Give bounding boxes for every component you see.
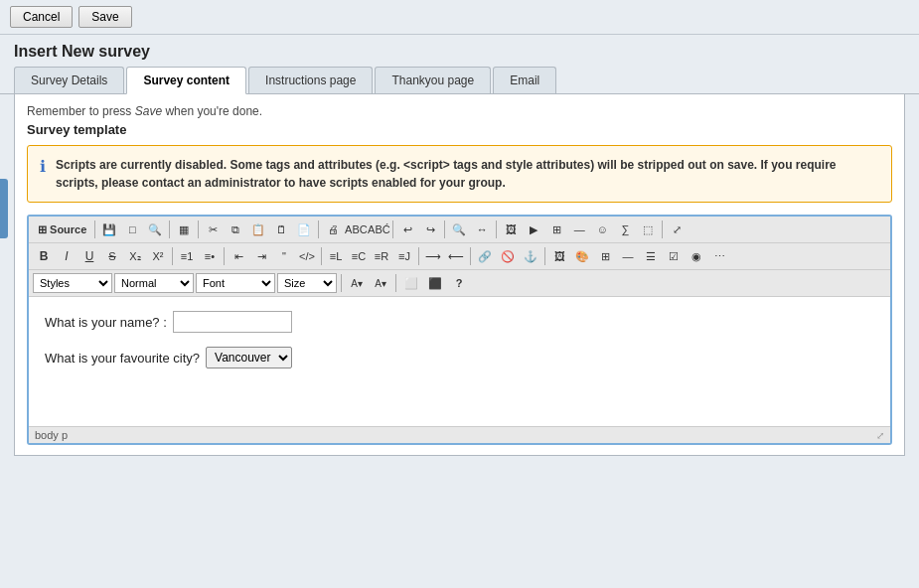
toolbar-row2: B I U S X₂ X² ≡1 ≡• ⇤ ⇥ " </> ≡L ≡C ≡R ≡… <box>29 243 890 270</box>
align-left-button[interactable]: ≡L <box>325 246 347 266</box>
tab-instructions-page[interactable]: Instructions page <box>248 67 373 93</box>
table2-button[interactable]: ⊞ <box>594 246 616 266</box>
help-button[interactable]: ? <box>448 273 470 293</box>
rtl-button[interactable]: ⟵ <box>445 246 467 266</box>
sep11 <box>321 247 322 265</box>
copy-button[interactable]: ⧉ <box>225 220 246 239</box>
blockquote-button[interactable]: " <box>273 246 295 266</box>
tab-thankyou-page[interactable]: Thankyou page <box>375 67 491 93</box>
maximize-button[interactable]: ⤢ <box>666 220 688 239</box>
undo-button[interactable]: ↩ <box>396 220 418 239</box>
toolbar-row1: ⊞ Source 💾 □ 🔍 ▦ ✂ ⧉ 📋 🗒 📄 🖨 ABC ABĆ <box>29 217 890 243</box>
emoji-button[interactable]: ☺ <box>591 220 613 239</box>
question1-input[interactable] <box>173 311 292 333</box>
tab-survey-content[interactable]: Survey content <box>126 67 246 94</box>
source-button[interactable]: ⊞ Source <box>33 220 91 239</box>
sep5 <box>392 220 393 238</box>
paste-text-button[interactable]: 🗒 <box>270 220 292 239</box>
link-button[interactable]: 🔗 <box>474 246 496 266</box>
question2-select[interactable]: Vancouver Toronto Montreal <box>206 347 292 368</box>
spellcheck2-button[interactable]: ABĆ <box>368 220 389 239</box>
sep14 <box>544 247 545 265</box>
format-select[interactable]: Normal Heading 1 Heading 2 <box>114 273 194 293</box>
sep6 <box>444 220 445 238</box>
cancel-button[interactable]: Cancel <box>10 6 73 28</box>
anchor-button[interactable]: ⚓ <box>520 246 541 266</box>
print-button[interactable]: 🖨 <box>322 220 344 239</box>
align-justify-button[interactable]: ≡J <box>393 246 415 266</box>
sep2 <box>169 220 170 238</box>
align-right-button[interactable]: ≡R <box>371 246 392 266</box>
size-select[interactable]: Size 8 10 12 <box>277 273 337 293</box>
sep3 <box>198 220 199 238</box>
template-button[interactable]: ▦ <box>173 220 195 239</box>
page-title: Insert New survey <box>0 35 919 67</box>
sep16 <box>395 274 396 292</box>
question1-label: What is your name? : <box>45 315 167 330</box>
pagebreak-button[interactable]: ⋯ <box>708 246 730 266</box>
sep9 <box>172 247 173 265</box>
ordered-list-button[interactable]: ≡1 <box>176 246 198 266</box>
unordered-list-button[interactable]: ≡• <box>199 246 221 266</box>
find-button[interactable]: 🔍 <box>448 220 470 239</box>
question2-row: What is your favourite city? Vancouver T… <box>45 347 874 368</box>
radio-button[interactable]: ◉ <box>686 246 707 266</box>
align-center-button[interactable]: ≡C <box>348 246 370 266</box>
sep15 <box>341 274 342 292</box>
image2-button[interactable]: 🖼 <box>548 246 570 266</box>
top-bar: Cancel Save <box>0 0 919 35</box>
color-button[interactable]: 🎨 <box>571 246 593 266</box>
sep4 <box>318 220 319 238</box>
cut-button[interactable]: ✂ <box>202 220 224 239</box>
underline-button[interactable]: U <box>78 246 100 266</box>
unlink-button[interactable]: 🚫 <box>497 246 519 266</box>
subscript-button[interactable]: X₂ <box>124 246 146 266</box>
italic-button[interactable]: I <box>56 246 77 266</box>
preview-button[interactable]: 🔍 <box>144 220 166 239</box>
paste-button[interactable]: 📋 <box>247 220 269 239</box>
outdent-button[interactable]: ⇤ <box>228 246 249 266</box>
resize-handle[interactable]: ⤢ <box>876 430 884 441</box>
warning-text: Scripts are currently disabled. Some tag… <box>56 156 879 192</box>
math-button[interactable]: ∑ <box>614 220 636 239</box>
ltr-button[interactable]: ⟶ <box>422 246 444 266</box>
superscript-button[interactable]: X² <box>147 246 169 266</box>
warning-box: ℹ Scripts are currently disabled. Some t… <box>27 145 892 203</box>
content-area: Remember to press Save when you're done.… <box>14 94 905 456</box>
strike-button[interactable]: S <box>101 246 123 266</box>
line2-button[interactable]: — <box>617 246 639 266</box>
font-color-button[interactable]: A▾ <box>346 273 368 293</box>
bg-color-button[interactable]: A▾ <box>370 273 391 293</box>
iframe-button[interactable]: ⬚ <box>637 220 659 239</box>
save-button[interactable]: Save <box>78 6 131 28</box>
editor-footer: body p ⤢ <box>29 426 890 443</box>
redo-button[interactable]: ↪ <box>419 220 441 239</box>
sep13 <box>470 247 471 265</box>
editor-body[interactable]: What is your name? : What is your favour… <box>29 297 890 426</box>
form-button[interactable]: ☰ <box>640 246 662 266</box>
source-icon: ⊞ <box>38 223 47 236</box>
table-button[interactable]: ⊞ <box>545 220 567 239</box>
section-title: Survey template <box>27 122 892 137</box>
bold-button[interactable]: B <box>33 246 55 266</box>
image-button[interactable]: 🖼 <box>500 220 522 239</box>
divider-button[interactable]: </> <box>296 246 318 266</box>
sep1 <box>94 220 95 238</box>
widget2-button[interactable]: ⬛ <box>424 273 446 293</box>
flash-button[interactable]: ▶ <box>523 220 544 239</box>
checkbox-button[interactable]: ☑ <box>663 246 685 266</box>
indent-button[interactable]: ⇥ <box>250 246 272 266</box>
tab-email[interactable]: Email <box>493 67 556 93</box>
replace-button[interactable]: ↔ <box>471 220 493 239</box>
sep10 <box>224 247 225 265</box>
widget-button[interactable]: ⬜ <box>400 273 422 293</box>
save-doc-button[interactable]: 💾 <box>98 220 120 239</box>
hline-button[interactable]: — <box>568 220 590 239</box>
styles-select[interactable]: Styles <box>33 273 112 293</box>
paste-word-button[interactable]: 📄 <box>293 220 315 239</box>
tabs-row: Survey Details Survey content Instructio… <box>0 67 919 94</box>
spellcheck-button[interactable]: ABC <box>345 220 367 239</box>
tab-survey-details[interactable]: Survey Details <box>14 67 124 93</box>
newpage-button[interactable]: □ <box>121 220 143 239</box>
font-select[interactable]: Font Arial Times New Roman <box>196 273 275 293</box>
